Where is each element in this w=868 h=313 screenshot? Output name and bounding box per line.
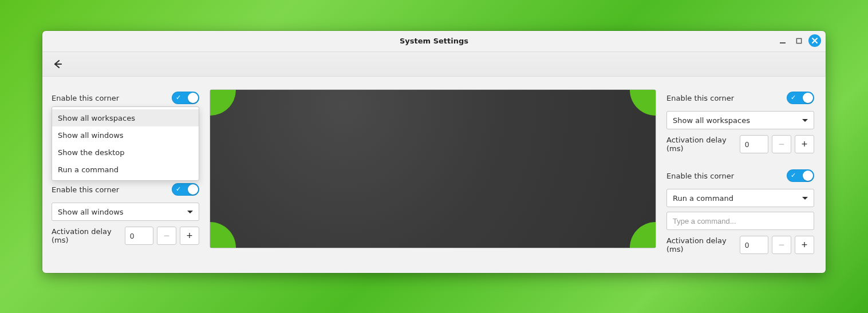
br-enable-label: Enable this corner [666, 172, 734, 180]
br-action-value: Run a command [673, 194, 733, 203]
bl-delay-label: Activation delay (ms) [52, 227, 120, 244]
tr-action-value: Show all workspaces [673, 116, 750, 125]
bl-delay-decrement[interactable]: − [157, 227, 176, 245]
titlebar: System Settings [42, 31, 826, 51]
tr-delay-increment[interactable]: + [795, 135, 814, 153]
tr-enable-toggle[interactable] [787, 92, 814, 104]
menu-item-show-all-workspaces[interactable]: Show all workspaces [52, 109, 199, 126]
svg-rect-1 [796, 38, 801, 43]
tr-delay-row: Activation delay (ms) − + [666, 135, 814, 153]
chevron-down-icon [187, 211, 193, 213]
bl-enable-row: Enable this corner [52, 181, 199, 198]
tl-action-menu: Show all workspaces Show all windows Sho… [52, 106, 199, 181]
minimize-button[interactable] [776, 34, 789, 47]
tr-enable-label: Enable this corner [666, 94, 734, 102]
chevron-down-icon [802, 119, 808, 122]
close-button[interactable] [808, 34, 821, 47]
preview-corner-bl[interactable] [210, 222, 236, 248]
toolbar [42, 51, 826, 77]
tl-enable-toggle[interactable] [172, 92, 199, 104]
br-enable-toggle[interactable] [787, 169, 814, 182]
preview-corner-tr[interactable] [630, 89, 656, 116]
chevron-down-icon [802, 197, 808, 200]
svg-rect-0 [780, 42, 786, 43]
bl-enable-toggle[interactable] [172, 183, 199, 196]
tr-delay-input[interactable] [740, 135, 768, 153]
br-delay-label: Activation delay (ms) [666, 236, 735, 253]
tr-enable-row: Enable this corner [666, 89, 814, 106]
bl-delay-row: Activation delay (ms) − + [52, 227, 199, 245]
preview-corner-br[interactable] [630, 222, 656, 248]
bl-delay-input[interactable] [125, 227, 153, 245]
content-area: Enable this corner Enable this corner Sh… [42, 77, 826, 273]
window-title: System Settings [400, 37, 468, 45]
menu-item-show-all-windows[interactable]: Show all windows [52, 126, 199, 144]
tr-delay-decrement[interactable]: − [772, 135, 791, 153]
br-delay-input[interactable] [740, 236, 768, 254]
preview-corner-tl[interactable] [210, 89, 236, 116]
br-action-dropdown[interactable]: Run a command [666, 189, 814, 207]
br-delay-row: Activation delay (ms) − + [666, 236, 814, 254]
maximize-button[interactable] [792, 34, 805, 47]
bl-enable-label: Enable this corner [52, 185, 119, 194]
back-button[interactable] [49, 56, 65, 72]
tl-enable-row: Enable this corner [52, 89, 199, 106]
br-delay-increment[interactable]: + [795, 236, 814, 254]
bl-action-dropdown[interactable]: Show all windows [52, 203, 199, 221]
br-enable-row: Enable this corner [666, 167, 814, 184]
br-command-input[interactable] [666, 212, 814, 230]
settings-window: System Settings Enable this corner [42, 31, 826, 273]
bl-delay-increment[interactable]: + [180, 227, 199, 245]
corners-preview [210, 89, 656, 248]
window-controls [776, 34, 821, 47]
menu-item-run-a-command[interactable]: Run a command [52, 161, 199, 178]
br-delay-decrement[interactable]: − [772, 236, 791, 254]
tl-enable-label: Enable this corner [52, 94, 119, 102]
bl-action-value: Show all windows [58, 208, 124, 216]
tr-action-dropdown[interactable]: Show all workspaces [666, 111, 814, 129]
menu-item-show-the-desktop[interactable]: Show the desktop [52, 144, 199, 161]
tr-delay-label: Activation delay (ms) [666, 136, 735, 153]
right-panel: Enable this corner Show all workspaces A… [666, 89, 814, 260]
